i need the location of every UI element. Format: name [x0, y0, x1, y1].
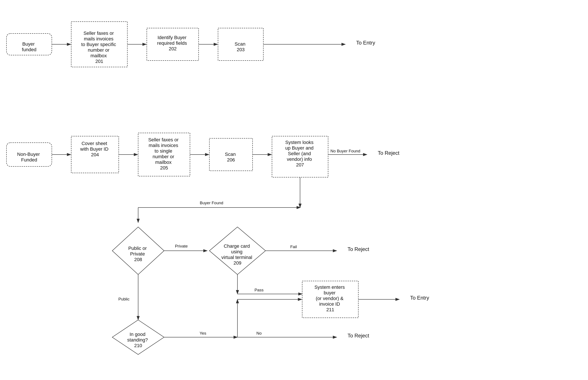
no-buyer-found-label: No Buyer Found: [330, 149, 360, 153]
private-label: Private: [175, 244, 188, 248]
fail-label: Fail: [290, 245, 297, 249]
to-reject-3-label: To Reject: [347, 333, 369, 339]
yes-label: Yes: [200, 331, 206, 336]
to-entry-1-label: To Entry: [356, 40, 375, 46]
buyer-funded-label: Buyer funded: [22, 41, 36, 52]
to-reject-2-label: To Reject: [347, 246, 369, 252]
diagram-container: Buyer funded Seller faxes or mails invoi…: [0, 0, 588, 380]
public-label: Public: [118, 297, 130, 301]
to-reject-1-label: To Reject: [378, 150, 399, 156]
pass-label: Pass: [255, 288, 263, 292]
no-label: No: [257, 331, 262, 336]
buyer-found-label: Buyer Found: [200, 201, 224, 205]
to-entry-2-label: To Entry: [410, 295, 429, 301]
